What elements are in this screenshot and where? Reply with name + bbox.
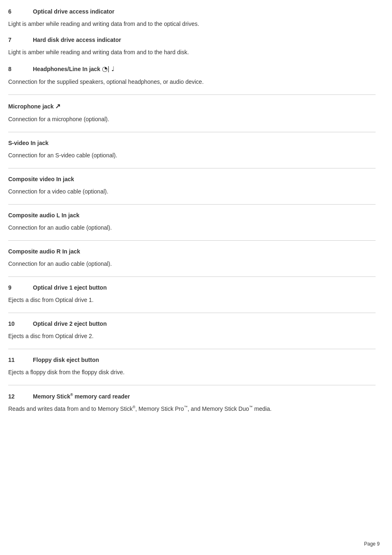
section-svideo-title: S-video In jack [8,140,48,146]
section-9: 9 Optical drive 1 eject button Ejects a … [8,284,376,304]
divider-comp-video [8,168,376,168]
section-7-number: 7 [8,37,33,43]
section-svideo-header: S-video In jack [8,140,376,146]
divider-11 [8,349,376,349]
section-comp-video-desc: Connection for a video cable (optional). [8,187,376,196]
section-6: 6 Optical drive access indicator Light i… [8,8,376,28]
page-number: Page 9 [364,541,380,547]
divider-svideo [8,132,376,132]
section-11-title: Floppy disk eject button [33,357,99,363]
section-comp-audio-l-title: Composite audio L In jack [8,212,79,219]
section-7-desc: Light is amber while reading and writing… [8,48,376,57]
section-10-number: 10 [8,320,33,327]
section-comp-audio-l-header: Composite audio L In jack [8,212,376,219]
section-10-header: 10 Optical drive 2 eject button [8,320,376,327]
section-7: 7 Hard disk drive access indicator Light… [8,37,376,57]
section-comp-audio-r-desc: Connection for an audio cable (optional)… [8,260,376,268]
section-6-number: 6 [8,8,33,15]
section-8-header: 8 Headphones/Line In jack ◔| ♩ [8,65,376,73]
section-comp-video-header: Composite video In jack [8,176,376,182]
section-comp-audio-l-desc: Connection for an audio cable (optional)… [8,223,376,232]
divider-comp-audio-r [8,240,376,241]
section-12-header: 12 Memory Stick® memory card reader [8,393,376,400]
section-10: 10 Optical drive 2 eject button Ejects a… [8,320,376,341]
section-10-desc: Ejects a disc from Optical drive 2. [8,332,376,341]
section-6-header: 6 Optical drive access indicator [8,8,376,15]
section-8-title: Headphones/Line In jack ◔| ♩ [33,65,115,73]
section-7-title: Hard disk drive access indicator [33,37,121,43]
section-7-header: 7 Hard disk drive access indicator [8,37,376,43]
divider-9 [8,276,376,277]
divider-10 [8,313,376,313]
section-composite-video: Composite video In jack Connection for a… [8,176,376,196]
section-9-title: Optical drive 1 eject button [33,284,107,291]
section-11-desc: Ejects a floppy disk from the floppy dis… [8,368,376,377]
section-11-number: 11 [8,357,33,363]
divider-comp-audio-l [8,204,376,205]
section-8: 8 Headphones/Line In jack ◔| ♩ Connectio… [8,65,376,86]
section-composite-audio-r: Composite audio R In jack Connection for… [8,248,376,268]
section-6-title: Optical drive access indicator [33,8,114,15]
section-comp-audio-r-header: Composite audio R In jack [8,248,376,255]
section-9-desc: Ejects a disc from Optical drive 1. [8,296,376,304]
section-composite-audio-l: Composite audio L In jack Connection for… [8,212,376,232]
section-8-number: 8 [8,66,33,72]
section-6-desc: Light is amber while reading and writing… [8,20,376,28]
section-12-title: Memory Stick® memory card reader [33,393,130,400]
section-mic-title: Microphone jack [8,103,53,110]
section-8-desc: Connection for the supplied speakers, op… [8,78,376,86]
section-mic-header: Microphone jack ↗ [8,102,376,110]
section-9-header: 9 Optical drive 1 eject button [8,284,376,291]
section-9-number: 9 [8,284,33,291]
section-comp-video-title: Composite video In jack [8,176,74,182]
headphone-icon: ◔| ♩ [102,65,115,72]
section-11: 11 Floppy disk eject button Ejects a flo… [8,357,376,377]
section-comp-audio-r-title: Composite audio R In jack [8,248,80,255]
divider-12 [8,385,376,385]
section-12: 12 Memory Stick® memory card reader Read… [8,393,376,413]
microphone-icon: ↗ [55,102,60,110]
section-10-title: Optical drive 2 eject button [33,320,107,327]
section-svideo-desc: Connection for an S-video cable (optiona… [8,151,376,160]
section-mic: Microphone jack ↗ Connection for a micro… [8,102,376,124]
section-mic-desc: Connection for a microphone (optional). [8,115,376,124]
divider-mic [8,94,376,95]
section-12-desc: Reads and writes data from and to Memory… [8,405,376,413]
section-11-header: 11 Floppy disk eject button [8,357,376,363]
section-12-number: 12 [8,393,33,400]
section-svideo: S-video In jack Connection for an S-vide… [8,140,376,160]
